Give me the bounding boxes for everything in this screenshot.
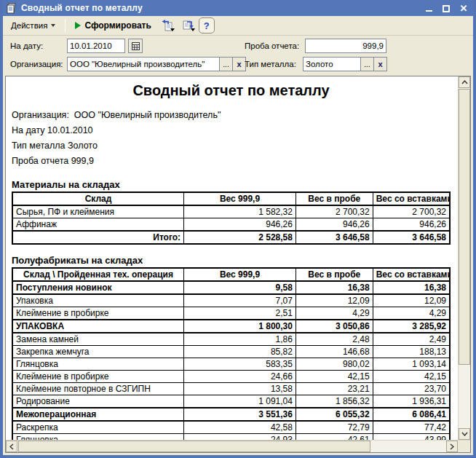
scroll-up-button[interactable] (459, 76, 470, 88)
value-cell[interactable]: 980,02 (295, 358, 373, 371)
value-cell[interactable]: 1 582,32 (184, 205, 296, 218)
calendar-picker-button[interactable] (128, 39, 143, 53)
scroll-left-button[interactable] (6, 441, 17, 452)
value-cell[interactable]: 12,09 (373, 294, 450, 307)
row-label-cell[interactable]: Родирование (12, 395, 184, 408)
actions-menu-button[interactable]: Действия (6, 17, 60, 33)
row-label-cell[interactable]: Поступления новинок (12, 281, 184, 294)
generate-report-button[interactable]: Сформировать (70, 17, 156, 33)
horizontal-scrollbar[interactable] (6, 441, 458, 452)
column-header[interactable]: Вес в пробе (295, 192, 373, 205)
value-cell[interactable]: 42,15 (373, 371, 450, 383)
row-label-cell[interactable]: Закрепка жемчуга (12, 346, 184, 358)
value-cell[interactable]: 23,21 (295, 383, 373, 395)
value-cell[interactable]: 3 551,36 (184, 408, 296, 421)
horizontal-scroll-thumb[interactable] (18, 441, 370, 452)
value-cell[interactable]: 946,26 (295, 218, 373, 232)
value-cell[interactable]: 2 528,58 (184, 231, 296, 244)
value-cell[interactable]: 85,82 (184, 346, 296, 358)
row-label-cell[interactable]: Итого: (12, 231, 184, 244)
row-label-cell[interactable]: Межоперационная (12, 408, 184, 421)
value-cell[interactable]: 1 856,32 (295, 395, 373, 408)
value-cell[interactable]: 43,99 (373, 434, 450, 441)
row-label-cell[interactable]: Сырья, ПФ и клеймения (12, 205, 184, 218)
value-cell[interactable]: 146,68 (295, 346, 373, 358)
metal-type-select-button[interactable]: ... (361, 57, 374, 71)
value-cell[interactable]: 7,07 (184, 294, 296, 307)
value-cell[interactable]: 1 800,30 (184, 320, 296, 333)
row-label-cell[interactable]: Клеймение в пробирке (12, 371, 184, 383)
value-cell[interactable]: 4,29 (373, 307, 450, 320)
minimize-button[interactable] (424, 3, 434, 13)
value-cell[interactable]: 42,58 (184, 421, 296, 434)
column-header[interactable]: Склад \ Пройденная тех. операция (12, 268, 184, 281)
value-cell[interactable]: 2,51 (184, 307, 296, 320)
value-cell[interactable]: 2 700,32 (373, 205, 450, 218)
value-cell[interactable]: 2,49 (373, 333, 450, 346)
value-cell[interactable]: 3 285,92 (373, 320, 450, 333)
help-button[interactable]: ? (199, 17, 215, 33)
value-cell[interactable]: 946,26 (184, 218, 296, 232)
metal-type-clear-button[interactable]: x (374, 57, 387, 71)
vertical-scrollbar[interactable] (458, 76, 470, 440)
column-header[interactable]: Вес со вставками (373, 192, 450, 205)
value-cell[interactable]: 42,61 (295, 434, 373, 441)
scroll-right-button[interactable] (446, 441, 458, 452)
report-document[interactable]: Сводный отчет по металлу Организация: ОО… (6, 76, 458, 440)
value-cell[interactable]: 1 936,31 (373, 395, 450, 408)
value-cell[interactable]: 946,26 (373, 218, 450, 232)
value-cell[interactable]: 24,66 (184, 371, 296, 383)
column-header[interactable]: Вес в пробе (295, 268, 373, 281)
value-cell[interactable]: 6 055,32 (295, 408, 373, 421)
row-label-cell[interactable]: Раскрепка (12, 421, 184, 434)
value-cell[interactable]: 3 646,58 (373, 231, 450, 244)
value-cell[interactable]: 24,93 (184, 434, 296, 441)
column-header[interactable]: Вес 999,9 (184, 268, 296, 281)
value-cell[interactable]: 6 086,41 (373, 408, 450, 421)
row-label-cell[interactable]: УПАКОВКА (12, 320, 184, 333)
value-cell[interactable]: 23,70 (373, 383, 450, 395)
value-cell[interactable]: 12,09 (295, 294, 373, 307)
value-cell[interactable]: 1,86 (184, 333, 296, 346)
row-label-cell[interactable]: Клеймение в пробирке (12, 307, 184, 320)
organization-select-button[interactable]: ... (220, 57, 233, 71)
value-cell[interactable]: 3 646,58 (295, 231, 373, 244)
horizontal-scroll-track[interactable] (370, 441, 446, 452)
scroll-down-button[interactable] (459, 428, 470, 440)
vertical-scroll-thumb[interactable] (459, 89, 470, 365)
organization-input[interactable] (67, 57, 220, 71)
row-label-cell[interactable]: Аффинаж (12, 218, 184, 232)
date-input[interactable] (67, 39, 125, 53)
value-cell[interactable]: 583,35 (184, 358, 296, 371)
vertical-scroll-track[interactable] (459, 365, 470, 428)
value-cell[interactable]: 1 091,04 (184, 395, 296, 408)
value-cell[interactable]: 4,29 (295, 307, 373, 320)
value-cell[interactable]: 3 050,86 (295, 320, 373, 333)
close-button[interactable]: ✕ (459, 3, 469, 13)
value-cell[interactable]: 72,79 (295, 421, 373, 434)
value-cell[interactable]: 2 700,32 (295, 205, 373, 218)
column-header[interactable]: Вес 999,9 (184, 192, 296, 205)
row-label-cell[interactable]: Упаковка (12, 294, 184, 307)
value-cell[interactable]: 188,13 (373, 346, 450, 358)
restore-settings-button[interactable] (158, 17, 177, 33)
proba-input[interactable] (305, 39, 386, 53)
metal-type-input[interactable] (303, 57, 361, 71)
save-settings-button[interactable] (178, 17, 197, 33)
column-header[interactable]: Склад (12, 192, 184, 205)
column-header[interactable]: Вес со вставками (373, 268, 450, 281)
value-cell[interactable]: 1 093,14 (373, 358, 450, 371)
value-cell[interactable]: 16,38 (373, 281, 450, 294)
row-label-cell[interactable]: Глянцовка (12, 434, 184, 441)
value-cell[interactable]: 77,42 (373, 421, 450, 434)
value-cell[interactable]: 2,48 (295, 333, 373, 346)
value-cell[interactable]: 42,15 (295, 371, 373, 383)
maximize-button[interactable] (441, 3, 451, 13)
row-label-cell[interactable]: Глянцовка (12, 358, 184, 371)
value-cell[interactable]: 13,58 (184, 383, 296, 395)
value-cell[interactable]: 9,58 (184, 281, 296, 294)
titlebar[interactable]: Сводный отчет по металлу ✕ (3, 0, 473, 16)
row-label-cell[interactable]: Клеймение повторное в СЗГИПН (12, 383, 184, 395)
row-label-cell[interactable]: Замена камней (12, 333, 184, 346)
value-cell[interactable]: 16,38 (295, 281, 373, 294)
